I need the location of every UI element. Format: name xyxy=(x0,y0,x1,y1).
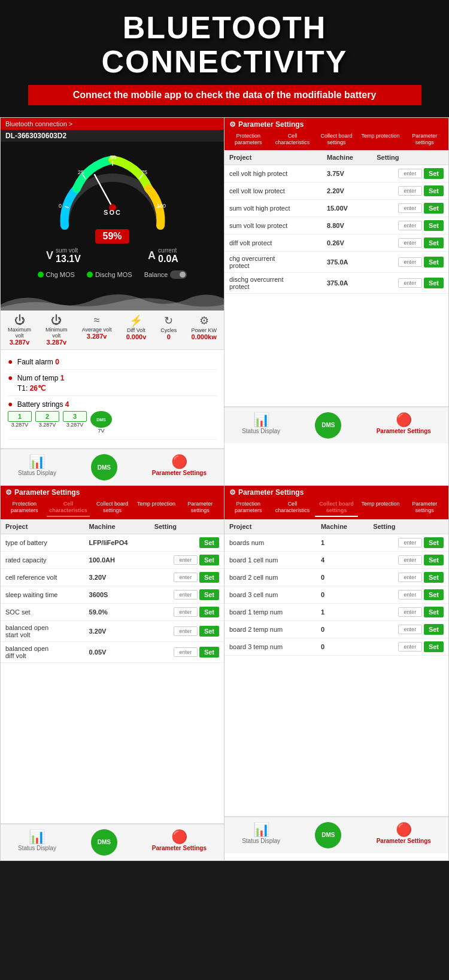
svg-text:100: 100 xyxy=(157,203,166,209)
diff-volt-input[interactable] xyxy=(398,238,422,248)
br-tab-temp[interactable]: Temp protection xyxy=(359,499,402,517)
board2-cell-set-btn[interactable]: Set xyxy=(424,572,444,583)
br-dms-nav[interactable]: DMS xyxy=(315,822,341,848)
cell-volt-high-input[interactable] xyxy=(398,169,422,178)
bl-dms-nav[interactable]: DMS xyxy=(91,829,117,856)
rated-cap-input[interactable] xyxy=(174,555,198,565)
board3-temp-set-btn[interactable]: Set xyxy=(424,641,444,652)
boards-num-input[interactable] xyxy=(398,538,422,547)
board2-cell-input[interactable] xyxy=(398,573,422,582)
tab-param-settings[interactable]: Parameter settings xyxy=(403,131,446,148)
board1-temp-input[interactable] xyxy=(398,607,422,617)
table-row: board 1 temp num 1 Set xyxy=(224,603,448,620)
breadcrumb[interactable]: Bluetooth connection > xyxy=(1,118,224,130)
board3-cell-set-btn[interactable]: Set xyxy=(424,589,444,600)
sleep-time-input[interactable] xyxy=(174,590,198,599)
bl-tab-collect[interactable]: Collect board settings xyxy=(91,499,134,517)
diff-volt-set-btn[interactable]: Set xyxy=(424,238,444,248)
bal-open-start-set-btn[interactable]: Set xyxy=(199,626,219,637)
right-panel-top: ⚙ Parameter Settings Protection paramete… xyxy=(224,117,449,486)
dischg-overcurrent-set-btn[interactable]: Set xyxy=(424,278,444,288)
current-icon: A xyxy=(148,249,156,262)
right-top-param-icon: 🔴 xyxy=(377,412,431,428)
cell-volt-high-set-btn[interactable]: Set xyxy=(424,168,444,179)
tab-collect-board[interactable]: Collect board settings xyxy=(315,131,358,148)
br-status-nav[interactable]: 📊 Status Display xyxy=(242,822,280,848)
cell-volt-low-set-btn[interactable]: Set xyxy=(424,185,444,196)
gauge-container: 50 25 75 0 100 SOC 59% xyxy=(53,148,172,244)
br-col-setting: Setting xyxy=(368,519,448,534)
bl-tab-protection[interactable]: Protection parameters xyxy=(3,499,45,517)
board3-cell-input[interactable] xyxy=(398,590,422,599)
bl-tab-collect-label: Collect board settings xyxy=(96,501,128,513)
dischg-overcurrent-input[interactable] xyxy=(398,278,422,288)
cell-3: 3 3.287V xyxy=(63,411,87,434)
boards-num-set-btn[interactable]: Set xyxy=(424,537,444,548)
br-param-nav[interactable]: 🔴 Parameter Settings xyxy=(377,822,431,848)
right-top-dms-nav[interactable]: DMS xyxy=(315,412,341,439)
bl-param-nav[interactable]: 🔴 Parameter Settings xyxy=(152,829,207,856)
soc-set-input[interactable] xyxy=(174,607,198,617)
board1-cell-set-btn[interactable]: Set xyxy=(424,555,444,565)
status-display-nav[interactable]: 📊 Status Display xyxy=(18,454,56,480)
row-cell-volt-low-setting: Set xyxy=(377,185,444,196)
br-dms-logo: DMS xyxy=(315,822,341,848)
cell-ref-volt-input[interactable] xyxy=(174,573,198,582)
bal-open-start-input[interactable] xyxy=(174,626,198,636)
br-tab-cell-char[interactable]: Cell characteristics xyxy=(271,499,314,517)
cell-volt-low-input[interactable] xyxy=(398,186,422,196)
board2-temp-set-btn[interactable]: Set xyxy=(424,624,444,635)
br-tab-collect[interactable]: Collect board settings xyxy=(315,499,358,517)
row-sum-volt-low-machine: 8.80V xyxy=(322,217,372,234)
param-settings-nav[interactable]: 🔴 Parameter Settings xyxy=(152,454,207,480)
bal-open-diff-input[interactable] xyxy=(174,647,198,657)
sum-volt-low-set-btn[interactable]: Set xyxy=(424,220,444,231)
bl-status-nav[interactable]: 📊 Status Display xyxy=(18,829,56,856)
right-top-status-nav[interactable]: 📊 Status Display xyxy=(242,412,280,439)
br-tab-param[interactable]: Parameter settings xyxy=(403,499,446,517)
tab-protection[interactable]: Protection parameters xyxy=(227,131,270,148)
tab-param-settings-label: Parameter settings xyxy=(412,133,437,145)
br-board1-temp-setting: Set xyxy=(373,607,444,617)
main-content: Bluetooth connection > DL-3663030603D2 xyxy=(0,117,449,486)
stat-power-label: Power KW xyxy=(191,327,217,333)
dischg-mos: Dischg MOS xyxy=(87,270,132,279)
br-tab-protection[interactable]: Protection parameters xyxy=(227,499,270,517)
board1-temp-set-btn[interactable]: Set xyxy=(424,607,444,617)
board3-temp-input[interactable] xyxy=(398,642,422,652)
br-row-board3-cell-name: board 3 cell num xyxy=(224,586,316,603)
sum-volt-low-input[interactable] xyxy=(398,221,422,230)
bl-row-cell-ref-volt-name: cell reference volt xyxy=(1,568,84,586)
right-top-dms-logo: DMS xyxy=(315,412,341,439)
sleep-time-set-btn[interactable]: Set xyxy=(199,589,219,600)
chg-overcurrent-set-btn[interactable]: Set xyxy=(424,257,444,267)
board1-cell-input[interactable] xyxy=(398,555,422,565)
br-tab-protection-label: Protection parameters xyxy=(235,501,262,513)
param-settings-icon: 🔴 xyxy=(152,454,207,470)
cell-ref-volt-set-btn[interactable]: Set xyxy=(199,572,219,583)
bl-tab-protection-label: Protection parameters xyxy=(11,501,38,513)
volt-icon: V xyxy=(46,249,53,262)
right-top-param-nav[interactable]: 🔴 Parameter Settings xyxy=(377,412,431,439)
br-col-machine: Machine xyxy=(316,519,368,534)
chg-mos: Chg MOS xyxy=(38,270,75,279)
dms-logo-nav[interactable]: DMS xyxy=(91,454,117,480)
tab-cell-char[interactable]: Cell characteristics xyxy=(271,131,314,148)
rated-cap-set-btn[interactable]: Set xyxy=(199,555,219,565)
bl-row-rated-cap-name: rated capacity xyxy=(1,551,84,568)
chg-overcurrent-input[interactable] xyxy=(398,257,422,267)
battery-type-set-btn[interactable]: Set xyxy=(199,537,219,548)
bl-tab-cell-char[interactable]: Cell characteristics xyxy=(47,499,89,517)
bl-tab-temp[interactable]: Temp protection xyxy=(135,499,177,517)
soc-set-set-btn[interactable]: Set xyxy=(199,607,219,617)
bl-tab-param[interactable]: Parameter settings xyxy=(179,499,222,517)
sum-volt-high-input[interactable] xyxy=(398,203,422,213)
dms-logo: DMS xyxy=(90,411,112,428)
balance-toggle[interactable] xyxy=(170,270,187,279)
balance-mos-label: Balance xyxy=(144,271,168,278)
br-tab-collect-label: Collect board settings xyxy=(319,501,354,513)
bal-open-diff-set-btn[interactable]: Set xyxy=(199,647,219,658)
sum-volt-high-set-btn[interactable]: Set xyxy=(424,203,444,214)
board2-temp-input[interactable] xyxy=(398,625,422,634)
tab-temp[interactable]: Temp protection xyxy=(359,131,402,148)
